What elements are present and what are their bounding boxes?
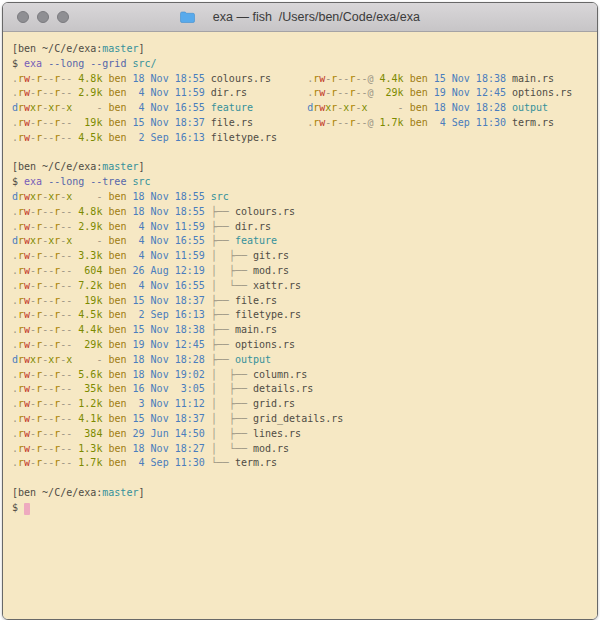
terminal-text-segment: --long --tree [48, 176, 132, 187]
terminal-text-segment: ben [108, 235, 132, 246]
terminal-text-segment: 15 Nov 18:38 [133, 324, 211, 335]
terminal-text-segment: 15 Nov 18:37 [133, 117, 211, 128]
terminal-text-segment: ben [108, 280, 132, 291]
terminal-text-segment: │ └── [211, 443, 253, 454]
terminal-text-segment: 15 Nov 18:37 [133, 295, 211, 306]
terminal-text-segment: [ben ~/C/e/exa: [12, 487, 102, 498]
terminal-line: .rw-r--r-- 1.3k ben 18 Nov 18:27 │ └── m… [12, 442, 591, 457]
terminal-text-segment: 1.7k [374, 117, 410, 128]
terminal-text-segment: dir.rs [235, 221, 271, 232]
terminal-text-segment: 4 Nov 16:55 [133, 102, 211, 113]
terminal-text-segment: 18 Nov 18:55 [133, 191, 211, 202]
terminal-text-segment: ben [108, 117, 132, 128]
terminal-text-segment: term.rs [512, 117, 554, 128]
terminal-text-segment: colours.rs [235, 206, 295, 217]
terminal-text-segment: ] [138, 161, 144, 172]
terminal-text-segment: ben [108, 87, 132, 98]
terminal-line: .rw-r--r-- 4.8k ben 18 Nov 18:55 colours… [12, 72, 591, 87]
terminal-text-segment: master [102, 487, 138, 498]
terminal-line: .rw-r--r-- 4.8k ben 18 Nov 18:55 ├── col… [12, 205, 591, 220]
terminal-text-segment: ├── [211, 206, 235, 217]
terminal-text-segment: 18 Nov 18:55 [133, 73, 211, 84]
window-title: exa — fish /Users/ben/Code/exa/exa [180, 2, 420, 51]
terminal-text-segment: ben [108, 221, 132, 232]
terminal-text-segment: grid.rs [253, 398, 295, 409]
terminal-text-segment: grid_details.rs [253, 413, 343, 424]
terminal-text-segment: │ ├── [211, 265, 253, 276]
terminal-text-segment: ben [108, 383, 132, 394]
terminal-text-segment: 18 Nov 18:27 [133, 443, 211, 454]
terminal-text-segment: ben [108, 354, 132, 365]
terminal-text-segment: ben [108, 457, 132, 468]
terminal-text-segment: ben [410, 117, 434, 128]
terminal-text-segment: - [72, 102, 108, 113]
terminal-text-segment: 26 Aug 12:19 [133, 265, 211, 276]
terminal-text-segment: - [72, 235, 108, 246]
terminal-text-segment: │ ├── [211, 398, 253, 409]
terminal-text-segment: ├── [211, 354, 235, 365]
terminal-line: drwxr-xr-x - ben 4 Nov 16:55 feature drw… [12, 101, 591, 116]
terminal-line: .rw-r--r-- 35k ben 16 Nov 3:05 │ ├── det… [12, 382, 591, 397]
terminal-text-segment: 3.3k [72, 250, 108, 261]
terminal-line: .rw-r--r-- 4.5k ben 2 Sep 16:13 filetype… [12, 131, 591, 146]
close-button[interactable] [17, 11, 29, 23]
terminal-text-segment: 2.9k [72, 221, 108, 232]
terminal-line: [ben ~/C/e/exa:master] [12, 486, 591, 501]
terminal-text-segment: feature [211, 102, 253, 113]
terminal-window: exa — fish /Users/ben/Code/exa/exa [ben … [2, 2, 598, 620]
terminal-text-segment: 4.8k [72, 206, 108, 217]
terminal-text-segment: 4 Sep 11:30 [133, 457, 211, 468]
terminal-text-segment: │ ├── [211, 383, 253, 394]
terminal-text-segment: 4 Nov 11:59 [133, 87, 211, 98]
terminal-text-segment: 4 Sep 11:30 [434, 117, 512, 128]
terminal-text-segment: 4 Nov 11:59 [133, 221, 211, 232]
terminal-screen[interactable]: [ben ~/C/e/exa:master]$ exa --long --gri… [3, 32, 597, 620]
terminal-text-segment: main.rs [235, 324, 277, 335]
terminal-text-segment: exa [24, 176, 48, 187]
terminal-text-segment: 4.4k [72, 324, 108, 335]
terminal-line: .rw-r--r-- 1.7k ben 4 Sep 11:30 └── term… [12, 456, 591, 471]
zoom-button[interactable] [57, 11, 69, 23]
terminal-line: $ exa --long --tree src [12, 175, 591, 190]
terminal-text-segment: 15 Nov 18:37 [133, 413, 211, 424]
terminal-text-segment: 7.2k [72, 280, 108, 291]
minimize-button[interactable] [37, 11, 49, 23]
terminal-line: [ben ~/C/e/exa:master] [12, 160, 591, 175]
terminal-text-segment: mod.rs [253, 265, 289, 276]
terminal-text-segment [253, 102, 307, 113]
terminal-text-segment: │ ├── [211, 428, 253, 439]
terminal-text-segment: ben [108, 369, 132, 380]
terminal-line: .rw-r--r-- 4.4k ben 15 Nov 18:38 ├── mai… [12, 323, 591, 338]
terminal-text-segment: $ [12, 502, 24, 513]
terminal-text-segment: │ ├── [211, 250, 253, 261]
terminal-text-segment: ben [108, 443, 132, 454]
terminal-text-segment: feature [235, 235, 277, 246]
terminal-text-segment: ben [410, 87, 434, 98]
terminal-text-segment: options.rs [512, 87, 572, 98]
terminal-line: .rw-r--r-- 5.6k ben 18 Nov 19:02 │ ├── c… [12, 368, 591, 383]
terminal-text-segment: ben [108, 250, 132, 261]
terminal-text-segment [247, 87, 307, 98]
terminal-text-segment: ├── [211, 295, 235, 306]
terminal-text-segment: ben [108, 206, 132, 217]
terminal-text-segment: 384 [72, 428, 108, 439]
terminal-text-segment: - [72, 191, 108, 202]
terminal-text-segment: [ben ~/C/e/exa: [12, 43, 102, 54]
terminal-text-segment [271, 73, 307, 84]
terminal-text-segment: master [102, 43, 138, 54]
terminal-text-segment: ben [108, 339, 132, 350]
terminal-text-segment: ├── [211, 221, 235, 232]
terminal-text-segment: $ [12, 58, 24, 69]
terminal-text-segment: 29k [374, 87, 410, 98]
terminal-line: .rw-r--r-- 19k ben 15 Nov 18:37 ├── file… [12, 294, 591, 309]
terminal-cursor [24, 503, 30, 515]
titlebar[interactable]: exa — fish /Users/ben/Code/exa/exa [3, 3, 597, 32]
terminal-text-segment: 29k [72, 339, 108, 350]
terminal-text-segment: xattr.rs [253, 280, 301, 291]
terminal-text-segment: 2 Sep 16:13 [133, 309, 211, 320]
terminal-text-segment: 4.5k [72, 132, 108, 143]
terminal-text-segment: options.rs [235, 339, 295, 350]
terminal-text-segment: 2.9k [72, 87, 108, 98]
terminal-text-segment: 1.7k [72, 457, 108, 468]
terminal-text-segment: 19k [72, 117, 108, 128]
